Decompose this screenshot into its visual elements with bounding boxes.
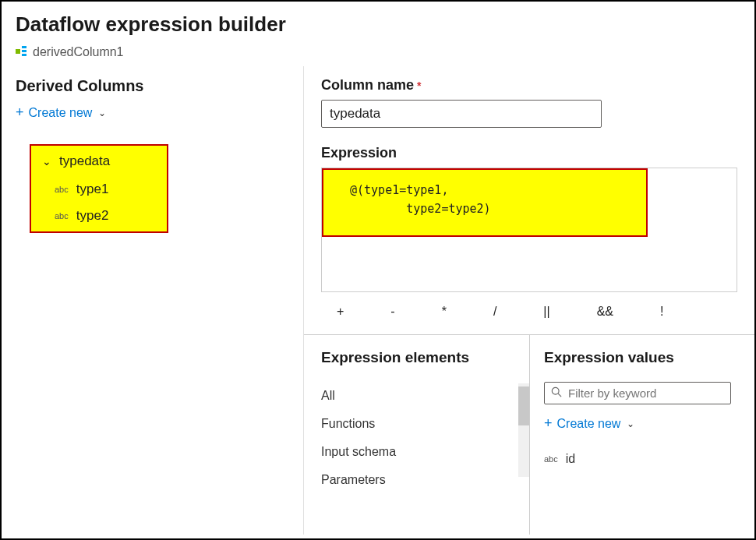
derived-columns-heading: Derived Columns bbox=[16, 77, 289, 95]
tree-child-type2[interactable]: abc type2 bbox=[37, 208, 161, 224]
value-item-label: id bbox=[566, 452, 575, 466]
op-not[interactable]: ! bbox=[660, 305, 663, 319]
tree-child-label: type1 bbox=[76, 182, 109, 197]
op-minus[interactable]: - bbox=[390, 305, 394, 319]
op-multiply[interactable]: * bbox=[442, 305, 447, 319]
page-title: Dataflow expression builder bbox=[16, 12, 740, 37]
elements-item-functions[interactable]: Functions bbox=[321, 410, 525, 438]
svg-rect-1 bbox=[22, 46, 26, 48]
tree-parent-typedata[interactable]: ⌄ typedata bbox=[37, 154, 161, 169]
elements-item-input-schema[interactable]: Input schema bbox=[321, 438, 525, 466]
derived-column-tree: ⌄ typedata abc type1 abc type2 bbox=[30, 144, 168, 233]
expression-elements-heading: Expression elements bbox=[321, 349, 525, 366]
column-name-input[interactable] bbox=[321, 100, 602, 128]
tree-child-type1[interactable]: abc type1 bbox=[37, 182, 161, 197]
op-or[interactable]: || bbox=[543, 305, 549, 319]
search-icon bbox=[551, 386, 562, 400]
values-filter-container[interactable] bbox=[544, 382, 731, 404]
values-filter-input[interactable] bbox=[568, 386, 724, 400]
expression-values-heading: Expression values bbox=[544, 349, 737, 366]
create-new-column-button[interactable]: + Create new ⌄ bbox=[16, 104, 289, 121]
chevron-down-icon: ⌄ bbox=[98, 108, 106, 118]
elements-scrollbar[interactable] bbox=[518, 383, 529, 477]
chevron-down-icon: ⌄ bbox=[627, 418, 634, 429]
expression-editor[interactable]: @(type1=type1, type2=type2) bbox=[322, 168, 648, 237]
operator-bar: + - * / || && ! bbox=[304, 292, 754, 331]
expression-values-pane: Expression values + Create new ⌄ abc id bbox=[530, 335, 754, 535]
abc-type-icon: abc bbox=[544, 454, 558, 464]
step-name: derivedColumn1 bbox=[33, 45, 124, 59]
plus-icon: + bbox=[544, 415, 553, 432]
tree-parent-label: typedata bbox=[59, 154, 110, 169]
required-asterisk-icon: * bbox=[417, 79, 421, 92]
elements-item-parameters[interactable]: Parameters bbox=[321, 466, 525, 494]
column-name-label: Column name * bbox=[321, 77, 737, 94]
svg-rect-3 bbox=[22, 54, 26, 56]
svg-point-4 bbox=[552, 387, 559, 394]
op-divide[interactable]: / bbox=[493, 305, 496, 319]
create-new-value-button[interactable]: + Create new ⌄ bbox=[544, 415, 737, 432]
create-new-label: Create new bbox=[29, 106, 93, 120]
expression-elements-pane: Expression elements All Functions Input … bbox=[304, 335, 530, 535]
chevron-down-icon: ⌄ bbox=[42, 155, 51, 168]
scrollbar-thumb[interactable] bbox=[518, 386, 529, 425]
expression-editor-container: @(type1=type1, type2=type2) bbox=[321, 168, 737, 292]
abc-type-icon: abc bbox=[55, 211, 69, 221]
plus-icon: + bbox=[16, 104, 24, 121]
svg-rect-2 bbox=[22, 50, 26, 52]
tree-child-label: type2 bbox=[76, 208, 109, 224]
step-breadcrumb: derivedColumn1 bbox=[16, 44, 740, 60]
op-and[interactable]: && bbox=[597, 305, 613, 319]
derived-column-icon bbox=[16, 44, 28, 60]
op-plus[interactable]: + bbox=[337, 305, 344, 319]
create-new-value-label: Create new bbox=[557, 417, 621, 431]
expression-label: Expression bbox=[321, 145, 737, 161]
svg-line-5 bbox=[558, 394, 561, 397]
elements-item-all[interactable]: All bbox=[321, 382, 525, 410]
abc-type-icon: abc bbox=[55, 185, 69, 194]
svg-rect-0 bbox=[16, 49, 20, 54]
value-item-id[interactable]: abc id bbox=[544, 447, 737, 471]
